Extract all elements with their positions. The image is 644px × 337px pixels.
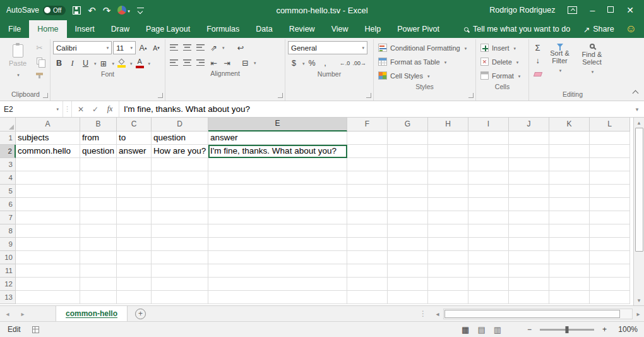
- cell-A4[interactable]: [16, 171, 80, 185]
- cell-B3[interactable]: [80, 158, 117, 171]
- clipboard-dialog-launcher-icon[interactable]: [43, 93, 48, 98]
- cell-C9[interactable]: [117, 238, 152, 251]
- cell-E7[interactable]: [208, 211, 347, 224]
- grow-font-button[interactable]: A▴: [137, 42, 149, 54]
- cell-G7[interactable]: [388, 211, 428, 224]
- formula-input[interactable]: I'm fine, thanks. What about you?: [119, 101, 630, 117]
- name-box[interactable]: E2: [0, 101, 63, 117]
- cell-G4[interactable]: [388, 171, 428, 185]
- center-button[interactable]: [181, 56, 193, 69]
- number-format-combo[interactable]: General: [288, 41, 367, 54]
- cell-J9[interactable]: [509, 238, 549, 251]
- horizontal-scroll-thumb[interactable]: [444, 310, 620, 318]
- tab-power-pivot[interactable]: Power Pivot: [389, 20, 448, 38]
- cell-K10[interactable]: [549, 251, 590, 264]
- tab-help[interactable]: Help: [357, 20, 390, 38]
- column-header-H[interactable]: H: [428, 118, 468, 132]
- ribbon-display-options-icon[interactable]: [568, 6, 577, 14]
- cell-L6[interactable]: [590, 198, 630, 211]
- cell-J12[interactable]: [509, 278, 549, 291]
- cell-L3[interactable]: [590, 158, 630, 171]
- cell-G5[interactable]: [388, 185, 428, 198]
- cell-F8[interactable]: [347, 224, 388, 238]
- cell-E1[interactable]: answer: [208, 132, 347, 145]
- cell-I8[interactable]: [468, 224, 509, 238]
- cell-H13[interactable]: [428, 291, 468, 304]
- cell-G8[interactable]: [388, 224, 428, 238]
- cell-C3[interactable]: [117, 158, 152, 171]
- tab-draw[interactable]: Draw: [103, 20, 138, 38]
- cell-J13[interactable]: [509, 291, 549, 304]
- cell-E3[interactable]: [208, 158, 347, 171]
- cell-E6[interactable]: [208, 198, 347, 211]
- redo-button[interactable]: ↷: [103, 6, 111, 15]
- fill-button[interactable]: ↓: [532, 54, 544, 67]
- cell-I3[interactable]: [468, 158, 509, 171]
- cell-F5[interactable]: [347, 185, 388, 198]
- cut-button[interactable]: ✂: [33, 41, 45, 54]
- bold-button[interactable]: B: [53, 57, 65, 70]
- cell-C6[interactable]: [117, 198, 152, 211]
- font-dialog-launcher-icon[interactable]: [158, 93, 163, 98]
- orientation-button[interactable]: ⇗: [208, 41, 220, 54]
- tab-insert[interactable]: Insert: [67, 20, 103, 38]
- cell-E9[interactable]: [208, 238, 347, 251]
- cell-D8[interactable]: [152, 224, 208, 238]
- cell-C13[interactable]: [117, 291, 152, 304]
- hscroll-right-icon[interactable]: ▸: [633, 310, 644, 317]
- cell-D5[interactable]: [152, 185, 208, 198]
- underline-button[interactable]: U: [80, 57, 92, 70]
- accounting-format-button[interactable]: $: [288, 57, 300, 70]
- cell-C5[interactable]: [117, 185, 152, 198]
- cell-styles-button[interactable]: Cell Styles: [376, 69, 473, 82]
- format-cells-button[interactable]: Format: [479, 69, 526, 82]
- merge-center-button[interactable]: ⊟: [239, 56, 251, 69]
- cell-D2[interactable]: How are you?: [152, 145, 208, 158]
- cell-H4[interactable]: [428, 171, 468, 185]
- cell-G10[interactable]: [388, 251, 428, 264]
- zoom-slider-thumb[interactable]: [565, 326, 568, 333]
- fill-color-button[interactable]: [116, 57, 128, 70]
- new-sheet-button[interactable]: +: [135, 309, 146, 319]
- zoom-slider[interactable]: [540, 329, 594, 331]
- cell-L1[interactable]: [590, 132, 630, 145]
- prev-sheet-icon[interactable]: ◂: [0, 306, 15, 321]
- cell-I2[interactable]: [468, 145, 509, 158]
- zoom-out-button[interactable]: −: [527, 325, 532, 334]
- column-header-C[interactable]: C: [117, 118, 152, 132]
- cell-L2[interactable]: [590, 145, 630, 158]
- cell-I11[interactable]: [468, 264, 509, 278]
- row-header-1[interactable]: 1: [0, 132, 16, 145]
- cell-J6[interactable]: [509, 198, 549, 211]
- cell-I4[interactable]: [468, 171, 509, 185]
- tab-review[interactable]: Review: [281, 20, 323, 38]
- cell-I13[interactable]: [468, 291, 509, 304]
- cell-E10[interactable]: [208, 251, 347, 264]
- decrease-decimal-button[interactable]: .00→: [352, 57, 367, 70]
- column-header-I[interactable]: I: [468, 118, 509, 132]
- tab-data[interactable]: Data: [247, 20, 280, 38]
- cell-E5[interactable]: [208, 185, 347, 198]
- italic-button[interactable]: I: [66, 57, 78, 70]
- cell-L7[interactable]: [590, 211, 630, 224]
- cell-C2[interactable]: answer: [117, 145, 152, 158]
- cell-K1[interactable]: [549, 132, 590, 145]
- cell-B1[interactable]: from: [80, 132, 117, 145]
- cell-B8[interactable]: [80, 224, 117, 238]
- cell-F10[interactable]: [347, 251, 388, 264]
- cell-E12[interactable]: [208, 278, 347, 291]
- cell-K13[interactable]: [549, 291, 590, 304]
- cell-H10[interactable]: [428, 251, 468, 264]
- cell-L11[interactable]: [590, 264, 630, 278]
- cell-D1[interactable]: question: [152, 132, 208, 145]
- cell-F7[interactable]: [347, 211, 388, 224]
- find-select-button[interactable]: Find & Select: [576, 41, 608, 76]
- cell-K9[interactable]: [549, 238, 590, 251]
- cell-F3[interactable]: [347, 158, 388, 171]
- cell-H8[interactable]: [428, 224, 468, 238]
- row-header-12[interactable]: 12: [0, 278, 16, 291]
- conditional-formatting-button[interactable]: Conditional Formatting: [376, 41, 473, 54]
- increase-decimal-button[interactable]: ←.0: [339, 57, 351, 70]
- format-as-table-button[interactable]: Format as Table: [376, 55, 473, 68]
- tab-page-layout[interactable]: Page Layout: [138, 20, 198, 38]
